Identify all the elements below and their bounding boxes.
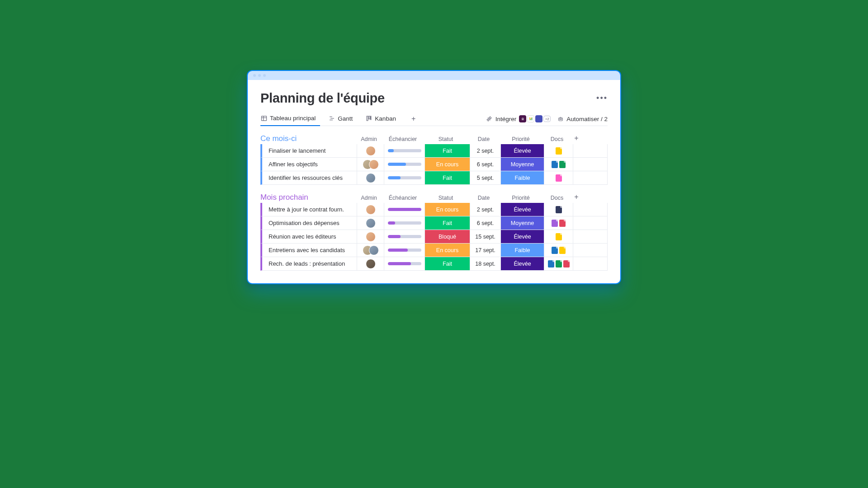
- avatar[interactable]: [369, 245, 379, 255]
- table-row[interactable]: Mettre à jour le contrat fourn.En cours2…: [260, 203, 608, 216]
- admin-cell[interactable]: [357, 257, 384, 270]
- column-header-date[interactable]: Date: [468, 195, 499, 203]
- file-icon[interactable]: [556, 147, 562, 155]
- add-view-button[interactable]: +: [409, 113, 418, 125]
- admin-cell[interactable]: [357, 158, 384, 171]
- priority-cell[interactable]: Élevée: [501, 257, 544, 270]
- file-icon[interactable]: [552, 161, 558, 168]
- table-row[interactable]: Identifier les ressources clésFait5 sept…: [260, 171, 608, 185]
- file-icon[interactable]: [559, 247, 566, 254]
- priority-cell[interactable]: Élevée: [501, 230, 544, 243]
- file-icon[interactable]: [556, 206, 562, 213]
- date-cell[interactable]: 2 sept.: [470, 203, 501, 216]
- task-title-cell[interactable]: Entretiens avec les candidats: [262, 244, 357, 257]
- file-icon[interactable]: [563, 260, 570, 267]
- group-title[interactable]: Mois prochain: [260, 193, 355, 203]
- admin-cell[interactable]: [357, 144, 384, 157]
- column-header-admin[interactable]: Admin: [355, 195, 382, 203]
- file-icon[interactable]: [552, 220, 558, 227]
- add-column-button[interactable]: +: [571, 134, 581, 144]
- add-column-button[interactable]: +: [571, 193, 581, 203]
- docs-cell[interactable]: [544, 257, 573, 270]
- docs-cell[interactable]: [544, 158, 573, 171]
- column-header-priority[interactable]: Priorité: [499, 195, 542, 203]
- timeline-cell[interactable]: [384, 230, 425, 243]
- tab-kanban[interactable]: Kanban: [365, 113, 401, 126]
- timeline-cell[interactable]: [384, 216, 425, 230]
- task-title-cell[interactable]: Identifier les ressources clés: [262, 171, 357, 184]
- priority-cell[interactable]: Faible: [501, 171, 544, 184]
- priority-cell[interactable]: Élevée: [501, 144, 544, 157]
- file-icon[interactable]: [548, 260, 554, 267]
- group-title[interactable]: Ce mois-ci: [260, 134, 355, 144]
- table-row[interactable]: Optimisation des dépensesFait6 sept.Moye…: [260, 216, 608, 230]
- task-title-cell[interactable]: Réunion avec les éditeurs: [262, 230, 357, 243]
- table-row[interactable]: Finaliser le lancementFait2 sept.Élevée: [260, 144, 608, 158]
- avatar[interactable]: [369, 160, 379, 169]
- docs-cell[interactable]: [544, 230, 573, 243]
- docs-cell[interactable]: [544, 171, 573, 184]
- column-header-timeline[interactable]: Échéancier: [382, 195, 423, 203]
- timeline-cell[interactable]: [384, 244, 425, 257]
- docs-cell[interactable]: [544, 203, 573, 216]
- task-title-cell[interactable]: Finaliser le lancement: [262, 144, 357, 157]
- table-row[interactable]: Entretiens avec les candidatsEn cours17 …: [260, 244, 608, 257]
- file-icon[interactable]: [559, 220, 566, 227]
- task-title-cell[interactable]: Rech. de leads : présentation: [262, 257, 357, 270]
- date-cell[interactable]: 6 sept.: [470, 158, 501, 171]
- task-title-cell[interactable]: Mettre à jour le contrat fourn.: [262, 203, 357, 216]
- column-header-docs[interactable]: Docs: [542, 195, 571, 203]
- admin-cell[interactable]: [357, 203, 384, 216]
- tab-gantt[interactable]: Gantt: [328, 113, 357, 126]
- priority-cell[interactable]: Moyenne: [501, 216, 544, 230]
- timeline-cell[interactable]: [384, 203, 425, 216]
- timeline-cell[interactable]: [384, 171, 425, 184]
- task-title-cell[interactable]: Optimisation des dépenses: [262, 216, 357, 230]
- avatar[interactable]: [366, 232, 376, 242]
- admin-cell[interactable]: [357, 244, 384, 257]
- status-cell[interactable]: Fait: [425, 257, 470, 270]
- avatar[interactable]: [366, 173, 376, 183]
- file-icon[interactable]: [556, 174, 562, 182]
- task-title-cell[interactable]: Affiner les objectifs: [262, 158, 357, 171]
- status-cell[interactable]: Bloqué: [425, 230, 470, 243]
- status-cell[interactable]: Fait: [425, 171, 470, 184]
- automate-button[interactable]: Automatiser / 2: [557, 116, 608, 122]
- more-options-button[interactable]: •••: [596, 94, 608, 103]
- admin-cell[interactable]: [357, 230, 384, 243]
- avatar[interactable]: [366, 205, 376, 215]
- priority-cell[interactable]: Faible: [501, 244, 544, 257]
- docs-cell[interactable]: [544, 244, 573, 257]
- integrate-button[interactable]: Intégrer ※ M +2: [486, 115, 551, 122]
- date-cell[interactable]: 6 sept.: [470, 216, 501, 230]
- timeline-cell[interactable]: [384, 257, 425, 270]
- admin-cell[interactable]: [357, 216, 384, 230]
- avatar[interactable]: [366, 218, 376, 228]
- docs-cell[interactable]: [544, 144, 573, 157]
- tab-main-table[interactable]: Tableau principal: [260, 112, 320, 126]
- table-row[interactable]: Réunion avec les éditeursBloqué15 sept.É…: [260, 230, 608, 244]
- column-header-status[interactable]: Statut: [423, 195, 468, 203]
- column-header-date[interactable]: Date: [468, 136, 499, 144]
- file-icon[interactable]: [559, 161, 566, 168]
- date-cell[interactable]: 15 sept.: [470, 230, 501, 243]
- status-cell[interactable]: En cours: [425, 158, 470, 171]
- timeline-cell[interactable]: [384, 158, 425, 171]
- column-header-priority[interactable]: Priorité: [499, 136, 542, 144]
- column-header-docs[interactable]: Docs: [542, 136, 571, 144]
- file-icon[interactable]: [552, 247, 558, 254]
- file-icon[interactable]: [556, 233, 562, 240]
- status-cell[interactable]: En cours: [425, 244, 470, 257]
- column-header-timeline[interactable]: Échéancier: [382, 136, 423, 144]
- date-cell[interactable]: 18 sept.: [470, 257, 501, 270]
- status-cell[interactable]: En cours: [425, 203, 470, 216]
- column-header-admin[interactable]: Admin: [355, 136, 382, 144]
- table-row[interactable]: Affiner les objectifsEn cours6 sept.Moye…: [260, 158, 608, 171]
- board-title[interactable]: Planning de l'équipe: [260, 91, 385, 106]
- status-cell[interactable]: Fait: [425, 216, 470, 230]
- file-icon[interactable]: [556, 260, 562, 267]
- priority-cell[interactable]: Moyenne: [501, 158, 544, 171]
- column-header-status[interactable]: Statut: [423, 136, 468, 144]
- docs-cell[interactable]: [544, 216, 573, 230]
- priority-cell[interactable]: Élevée: [501, 203, 544, 216]
